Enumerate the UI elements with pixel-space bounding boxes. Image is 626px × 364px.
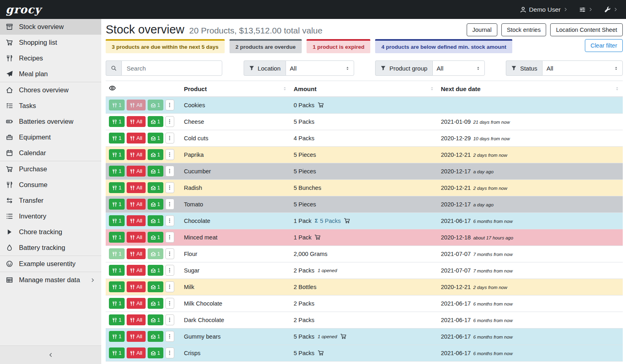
sidebar-item-consume[interactable]: Consume bbox=[0, 177, 101, 193]
journal-button[interactable]: Journal bbox=[467, 23, 497, 36]
stock-entries-button[interactable]: Stock entries bbox=[501, 23, 547, 36]
column-visibility-header[interactable] bbox=[106, 81, 181, 97]
status-banner-danger[interactable]: 1 product is expired bbox=[307, 39, 370, 53]
consume-one-button[interactable]: 1 bbox=[109, 100, 125, 110]
consume-all-button[interactable]: All bbox=[127, 199, 145, 210]
row-menu-button[interactable] bbox=[165, 133, 174, 144]
open-one-button[interactable]: 1 bbox=[148, 116, 163, 127]
row-menu-button[interactable] bbox=[165, 248, 174, 259]
sidebar-item-meal-plan[interactable]: Meal plan bbox=[0, 66, 101, 82]
sidebar-item-recipes[interactable]: Recipes bbox=[0, 50, 101, 66]
sidebar-item-chore-tracking[interactable]: Chore tracking bbox=[0, 224, 101, 240]
row-menu-button[interactable] bbox=[165, 182, 174, 193]
row-menu-button[interactable] bbox=[165, 116, 174, 127]
consume-all-button[interactable]: All bbox=[127, 215, 145, 226]
consume-all-button[interactable]: All bbox=[127, 265, 145, 276]
status-banner-warning[interactable]: 3 products are due within the next 5 day… bbox=[106, 39, 225, 53]
row-menu-button[interactable] bbox=[165, 199, 174, 210]
status-banner-info[interactable]: 4 products are below defined min. stock … bbox=[375, 39, 512, 53]
consume-one-button[interactable]: 1 bbox=[109, 314, 125, 325]
open-one-button[interactable]: 1 bbox=[148, 199, 163, 210]
consume-all-button[interactable]: All bbox=[127, 232, 145, 243]
open-one-button[interactable]: 1 bbox=[148, 149, 163, 160]
consume-one-button[interactable]: 1 bbox=[109, 166, 125, 177]
admin-menu[interactable] bbox=[604, 6, 618, 13]
consume-all-button[interactable]: All bbox=[127, 100, 145, 110]
sidebar-item-equipment[interactable]: Equipment bbox=[0, 129, 101, 145]
row-menu-button[interactable] bbox=[165, 281, 174, 292]
open-one-button[interactable]: 1 bbox=[148, 100, 163, 110]
row-menu-button[interactable] bbox=[165, 331, 174, 342]
consume-one-button[interactable]: 1 bbox=[109, 133, 125, 144]
sidebar-item-batteries-overview[interactable]: Batteries overview bbox=[0, 114, 101, 129]
consume-one-button[interactable]: 1 bbox=[109, 281, 125, 292]
consume-one-button[interactable]: 1 bbox=[109, 149, 125, 160]
consume-one-button[interactable]: 1 bbox=[109, 199, 125, 210]
sidebar-item-calendar[interactable]: Calendar bbox=[0, 145, 101, 161]
column-header-product[interactable]: Product bbox=[181, 81, 290, 97]
row-menu-button[interactable] bbox=[165, 215, 174, 226]
row-menu-button[interactable] bbox=[165, 149, 174, 160]
consume-all-button[interactable]: All bbox=[127, 314, 145, 325]
open-one-button[interactable]: 1 bbox=[148, 331, 163, 342]
status-banner-secondary[interactable]: 2 products are overdue bbox=[230, 39, 302, 53]
search-input[interactable] bbox=[121, 60, 222, 76]
consume-one-button[interactable]: 1 bbox=[109, 331, 125, 342]
consume-one-button[interactable]: 1 bbox=[109, 298, 125, 309]
open-one-button[interactable]: 1 bbox=[148, 298, 163, 309]
consume-all-button[interactable]: All bbox=[127, 331, 145, 342]
open-one-button[interactable]: 1 bbox=[148, 215, 163, 226]
clear-filter-button[interactable]: Clear filter bbox=[585, 39, 623, 52]
consume-all-button[interactable]: All bbox=[127, 182, 145, 193]
product-group-select[interactable]: All bbox=[432, 60, 485, 76]
row-menu-button[interactable] bbox=[165, 314, 174, 325]
sidebar-item-inventory[interactable]: Inventory bbox=[0, 208, 101, 224]
sidebar-collapse-button[interactable] bbox=[0, 345, 101, 364]
consume-one-button[interactable]: 1 bbox=[109, 232, 125, 243]
user-menu[interactable]: Demo User bbox=[520, 6, 568, 13]
open-one-button[interactable]: 1 bbox=[148, 265, 163, 276]
location-select[interactable]: All bbox=[286, 60, 354, 76]
sidebar-item-tasks[interactable]: Tasks bbox=[0, 98, 101, 114]
consume-one-button[interactable]: 1 bbox=[109, 248, 125, 259]
consume-one-button[interactable]: 1 bbox=[109, 215, 125, 226]
open-one-button[interactable]: 1 bbox=[148, 182, 163, 193]
sidebar-item-manage-master-data[interactable]: Manage master data bbox=[0, 272, 101, 288]
consume-all-button[interactable]: All bbox=[127, 133, 145, 144]
sidebar-item-transfer[interactable]: Transfer bbox=[0, 193, 101, 208]
sidebar-item-example-userentity[interactable]: Example userentity bbox=[0, 256, 101, 272]
sidebar-item-shopping-list[interactable]: Shopping list bbox=[0, 35, 101, 50]
status-select[interactable]: All bbox=[542, 60, 623, 76]
consume-one-button[interactable]: 1 bbox=[109, 347, 125, 358]
consume-all-button[interactable]: All bbox=[127, 166, 145, 177]
row-menu-button[interactable] bbox=[165, 265, 174, 276]
row-menu-button[interactable] bbox=[165, 347, 174, 358]
sidebar-item-purchase[interactable]: Purchase bbox=[0, 161, 101, 177]
open-one-button[interactable]: 1 bbox=[148, 314, 163, 325]
column-header-next-due-date[interactable]: Next due date bbox=[438, 81, 623, 97]
consume-all-button[interactable]: All bbox=[127, 298, 145, 309]
consume-one-button[interactable]: 1 bbox=[109, 265, 125, 276]
settings-menu[interactable] bbox=[579, 6, 593, 13]
open-one-button[interactable]: 1 bbox=[148, 133, 163, 144]
open-one-button[interactable]: 1 bbox=[148, 347, 163, 358]
consume-one-button[interactable]: 1 bbox=[109, 116, 125, 127]
row-menu-button[interactable] bbox=[165, 100, 174, 110]
sidebar-item-stock-overview[interactable]: Stock overview bbox=[0, 19, 101, 35]
app-logo[interactable]: grocy bbox=[6, 3, 41, 16]
row-menu-button[interactable] bbox=[165, 232, 174, 243]
sidebar-item-battery-tracking[interactable]: Battery tracking bbox=[0, 240, 101, 256]
consume-all-button[interactable]: All bbox=[127, 116, 145, 127]
location-content-sheet-button[interactable]: Location Content Sheet bbox=[550, 23, 623, 36]
open-one-button[interactable]: 1 bbox=[148, 166, 163, 177]
consume-all-button[interactable]: All bbox=[127, 347, 145, 358]
open-one-button[interactable]: 1 bbox=[148, 281, 163, 292]
row-menu-button[interactable] bbox=[165, 166, 174, 177]
row-menu-button[interactable] bbox=[165, 298, 174, 309]
consume-all-button[interactable]: All bbox=[127, 281, 145, 292]
open-one-button[interactable]: 1 bbox=[148, 248, 163, 259]
column-header-amount[interactable]: Amount bbox=[290, 81, 438, 97]
consume-all-button[interactable]: All bbox=[127, 248, 145, 259]
consume-one-button[interactable]: 1 bbox=[109, 182, 125, 193]
open-one-button[interactable]: 1 bbox=[148, 232, 163, 243]
